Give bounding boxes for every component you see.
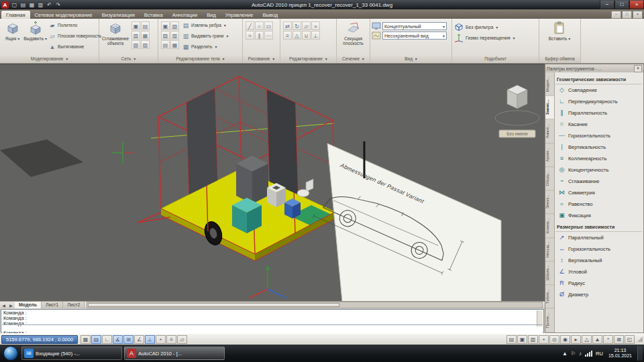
palette-tab[interactable]: Проче... — [545, 309, 554, 333]
subobject-filter-button[interactable]: Без фильтра ▾ — [453, 22, 515, 32]
annotation-auto-button[interactable]: ▲ — [592, 335, 602, 344]
layout-tab[interactable]: Модель — [15, 302, 42, 308]
extract-edges-button[interactable]: ▤ Извлечь ребра ▾ — [182, 20, 229, 30]
modify-tool-icon[interactable]: ↻ — [292, 21, 301, 30]
clean-screen-button[interactable]: ◱ — [625, 335, 635, 344]
presspull-button[interactable]: ▲ Вытягивание — [48, 42, 97, 52]
otrack-toggle[interactable]: ∠ — [134, 335, 144, 344]
doc-restore-button[interactable]: □ — [622, 11, 632, 19]
palette-tab[interactable]: Завис... — [545, 96, 554, 119]
palette-tab[interactable]: Комму... — [545, 215, 554, 238]
reference-image-sheet[interactable]: Abmessungen der Passat Variant — [313, 141, 501, 302]
panel-label-solid[interactable]: Редактирование тела ▾ — [158, 54, 242, 63]
autocad-app-button[interactable]: A AutoCAD 2010 - [... — [124, 347, 225, 360]
network-icon[interactable] — [585, 351, 592, 357]
palette-tab[interactable]: Несущ... — [545, 238, 554, 261]
language-indicator[interactable]: RU — [596, 351, 603, 357]
scrollbar-thumb[interactable] — [88, 303, 339, 307]
palette-tab[interactable]: Обору... — [545, 167, 554, 190]
panel-label-view[interactable]: Вид ▾ — [370, 54, 451, 63]
solid-tool-icon[interactable]: ▨ — [161, 31, 170, 40]
coordinates-display[interactable]: 5159.6779, 986.1924 , 0.0000 — [1, 335, 78, 344]
panel-label-modify[interactable]: Редактирование ▾ — [280, 54, 336, 63]
qat-new-button[interactable]: ▢ — [11, 1, 18, 9]
modify-tool-icon[interactable]: ⊥ — [311, 31, 320, 40]
ducs-toggle[interactable]: ⊥ — [145, 335, 155, 344]
zoom-button[interactable]: ◎ — [549, 335, 559, 344]
mesh-tool-icon[interactable]: ▥ — [131, 31, 140, 40]
extrude-button[interactable]: Выдавить▾ — [23, 20, 47, 42]
qat-plot-button[interactable]: ▥ — [37, 1, 44, 9]
palette-tab[interactable]: Элект... — [545, 190, 554, 214]
named-view-select[interactable]: Несохраненный вид ▾ — [382, 32, 447, 40]
polar-toggle[interactable]: ∡ — [113, 335, 123, 344]
horizontal-dim-item[interactable]: ↔ Горизонтальность — [555, 243, 642, 255]
ribbon-tab[interactable]: Вид — [202, 11, 221, 19]
ribbon-tab[interactable]: Вставка — [140, 11, 168, 19]
palette-tab[interactable]: Аннот... — [545, 120, 554, 143]
mesh-tool-icon[interactable]: ▣ — [131, 21, 140, 30]
layout-next-button[interactable]: ▶ — [7, 303, 15, 308]
draw-tool-icon[interactable]: ╱ — [246, 21, 254, 30]
grid-toggle[interactable]: ▤ — [91, 335, 101, 344]
qat-save-button[interactable]: ▦ — [28, 1, 36, 9]
polysolid-button[interactable]: ▰ Политело — [48, 20, 97, 30]
show-desktop-button[interactable] — [637, 346, 643, 361]
ribbon-tab[interactable]: Сетевое моделирование — [30, 11, 97, 19]
qp-toggle[interactable]: ▱ — [177, 335, 187, 344]
mesh-tool-icon[interactable]: ▤ — [141, 21, 150, 30]
doc-close-button[interactable]: × — [633, 11, 643, 19]
layout-tab[interactable]: Лист2 — [63, 302, 85, 308]
quick-view-drawings-button[interactable]: ▥ — [528, 335, 538, 344]
quick-view-layouts-button[interactable]: ▣ — [517, 335, 527, 344]
palette-close-button[interactable]: × — [634, 65, 642, 72]
radius-dim-item[interactable]: R Радиус — [555, 278, 642, 289]
solid-tool-icon[interactable]: ▦ — [170, 40, 179, 49]
mesh-tool-icon[interactable]: ▦ — [141, 31, 150, 40]
snap-toggle[interactable]: ▦ — [80, 335, 91, 344]
planar-surface-button[interactable]: ▱ Плоская поверхность — [48, 31, 97, 41]
palette-tab[interactable]: Табли... — [545, 285, 554, 308]
horizontal-item[interactable]: ― Горизонтальность — [555, 130, 642, 141]
clock[interactable]: 21:13 15.01.2021 — [608, 348, 632, 359]
ribbon-tab[interactable]: Вывод — [258, 11, 282, 19]
ground-plane-object[interactable] — [0, 139, 83, 177]
lwt-toggle[interactable]: ≡ — [166, 335, 176, 344]
qat-undo-button[interactable]: ↶ — [46, 1, 53, 9]
model-space-button[interactable]: ▤ — [506, 335, 517, 344]
aligned-dim-item[interactable]: ↗ Параллельный — [555, 232, 642, 243]
palette-tab[interactable]: Штрих... — [545, 261, 554, 285]
ribbon-tab[interactable]: Главная — [1, 11, 30, 19]
palette-tab[interactable]: Архит... — [545, 143, 554, 167]
minimize-button[interactable]: − — [600, 1, 614, 9]
solid-tool-icon[interactable]: ▣ — [161, 21, 170, 30]
construction-line[interactable] — [151, 123, 334, 138]
maximize-button[interactable]: □ — [614, 1, 629, 9]
modify-tool-icon[interactable]: ∪ — [302, 31, 311, 40]
horizontal-scrollbar[interactable] — [87, 302, 543, 308]
angular-dim-item[interactable]: ∠ Угловой — [555, 266, 642, 278]
viewport-canvas[interactable]: Abmessungen der Passat Variant — [0, 64, 545, 302]
equal-item[interactable]: = Равенство — [555, 198, 642, 210]
box-button[interactable]: Ящик▾ — [1, 20, 23, 42]
solid-tool-icon[interactable]: ▧ — [170, 21, 179, 30]
modify-tool-icon[interactable]: ⇄ — [283, 21, 292, 30]
fix-item[interactable]: ▣ Фиксация — [555, 210, 642, 221]
toolbar-lock-button[interactable]: ⊠ — [614, 335, 624, 344]
close-button[interactable]: × — [629, 1, 644, 9]
ortho-toggle[interactable]: ∟ — [102, 335, 112, 344]
concentric-item[interactable]: ◎ Концентричность — [555, 164, 642, 176]
panel-label-section[interactable]: Сечение ▾ — [337, 54, 370, 63]
panel-label-modeling[interactable]: Моделирование ▾ — [0, 54, 99, 63]
layout-prev-button[interactable]: ◀ — [0, 303, 7, 308]
smooth-object-button[interactable]: Сглаживание объекта — [101, 20, 130, 46]
action-center-icon[interactable]: ⚐ — [571, 351, 576, 357]
volume-icon[interactable]: ♪ — [579, 351, 582, 357]
ribbon-tab[interactable]: Аннотации — [168, 11, 203, 19]
viewcube-view-label[interactable]: Без имени — [499, 130, 535, 137]
palette-titlebar[interactable]: Палитры инструментов - ... × — [545, 64, 643, 72]
visual-style-select[interactable]: Концептуальный ▾ — [382, 22, 447, 30]
draw-tool-icon[interactable]: ∥ — [255, 31, 264, 40]
solid-tool-icon[interactable]: ▥ — [170, 31, 179, 40]
modify-tool-icon[interactable]: × — [311, 21, 320, 30]
